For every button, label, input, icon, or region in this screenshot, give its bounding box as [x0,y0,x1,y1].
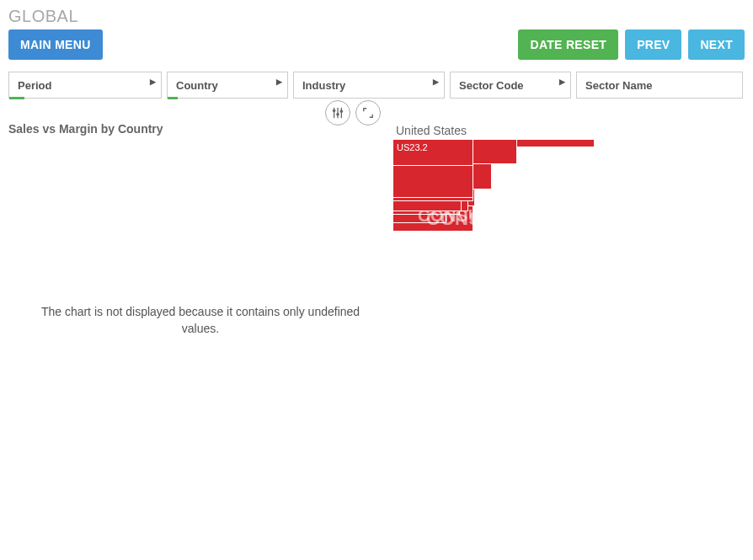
filter-label: Period [18,79,51,92]
date-reset-button[interactable]: DATE RESET [518,29,618,60]
caret-icon: ▶ [276,77,282,86]
filter-label: Sector Code [459,79,524,92]
filter-sector-name[interactable]: Sector Name [576,72,743,99]
caret-icon: ▶ [433,77,439,86]
filter-sector-code[interactable]: Sector Code ▶ [450,72,571,99]
next-button[interactable]: NEXT [688,29,745,60]
page-title: GLOBAL [8,7,78,26]
filter-industry[interactable]: Industry ▶ [293,72,445,99]
filter-label: Sector Name [585,79,652,92]
filter-label: Country [176,79,218,92]
group-label-consumer-disc-2: DISCRETIO... [423,230,544,252]
svg-point-3 [333,109,335,112]
treemap-cell[interactable]: US23.2 [393,139,473,166]
group-label-energy: ENERGY [676,494,735,509]
caret-icon: ▶ [559,77,565,86]
group-label-it-2: TECHNOLOGY [536,498,629,512]
treemap[interactable]: US34.1 US52.42 US45.21_2 US52.12 US18 US… [393,139,743,543]
main-menu-button[interactable]: MAIN MENU [8,29,103,60]
group-label-healthcare: HEALTHCA... [664,387,747,401]
filter-label: Industry [302,79,345,92]
filter-progress [9,97,24,99]
prev-button[interactable]: PREV [625,29,681,60]
group-label-staples-1: CONSUMER [547,381,639,399]
group-label-industrials: INDUSTRI... [610,223,718,245]
settings-icon[interactable] [325,100,350,125]
filter-period[interactable]: Period ▶ [8,72,162,99]
group-label-materials: MATERI... [411,439,492,458]
filter-progress [168,97,178,99]
empty-chart-message: The chart is not displayed because it co… [32,304,369,337]
filter-country[interactable]: Country ▶ [167,72,288,99]
svg-point-4 [337,113,339,115]
group-label-staples-2: STAPLES [561,398,633,416]
group-label-it-1: INFORMATION [531,484,623,499]
expand-icon[interactable] [355,100,381,125]
treemap-title: United States [393,122,753,139]
caret-icon: ▶ [150,77,156,86]
svg-point-5 [340,110,343,113]
